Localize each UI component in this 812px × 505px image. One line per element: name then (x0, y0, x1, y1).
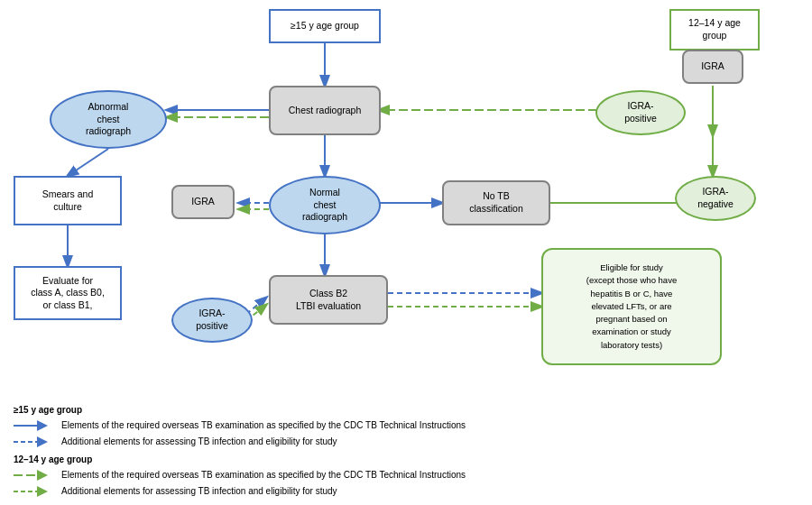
legend-age15-header: ≥15 y age group (14, 402, 798, 418)
node-igra-positive-left: IGRA-positive (171, 298, 253, 343)
legend-age15-dashed-label: Additional elements for assessing TB inf… (61, 434, 337, 449)
node-igra-right: IGRA (682, 50, 743, 84)
legend: ≥15 y age group Elements of the required… (0, 394, 812, 505)
node-age15: ≥15 y age group (269, 9, 381, 43)
node-evaluate-class: Evaluate forclass A, class B0,or class B… (14, 266, 122, 320)
legend-age15-solid-row: Elements of the required overseas TB exa… (14, 418, 798, 433)
legend-age1214-solid-label: Elements of the required overseas TB exa… (61, 467, 466, 482)
node-chest-xray: Chest radiograph (269, 86, 381, 135)
node-igra-negative: IGRA-negative (675, 176, 756, 221)
legend-age1214-solid-row: Elements of the required overseas TB exa… (14, 467, 798, 482)
node-age1214: 12–14 y agegroup (669, 9, 760, 50)
svg-line-3 (68, 149, 108, 176)
legend-age15-solid-label: Elements of the required overseas TB exa… (61, 418, 466, 433)
node-class-b2: Class B2LTBI evaluation (269, 275, 388, 325)
legend-age15-dashed-row: Additional elements for assessing TB inf… (14, 434, 798, 449)
legend-age1214-header: 12–14 y age group (14, 452, 798, 467)
node-smears-culture: Smears andculture (14, 176, 122, 225)
node-no-tb: No TBclassification (442, 180, 550, 225)
node-abnormal-xray: Abnormalchestradiograph (50, 90, 167, 149)
node-normal-xray: Normalchestradiograph (269, 176, 381, 234)
legend-age1214-dashed-row: Additional elements for assessing TB inf… (14, 483, 798, 499)
legend-age1214-dashed-label: Additional elements for assessing TB inf… (61, 483, 337, 499)
node-igra-left: IGRA (171, 185, 235, 219)
node-igra-positive-right: IGRA-positive (595, 90, 686, 135)
node-eligible: Eligible for study(except those who have… (541, 248, 722, 365)
diagram: ≥15 y age group 12–14 y agegroup Chest r… (0, 0, 812, 388)
